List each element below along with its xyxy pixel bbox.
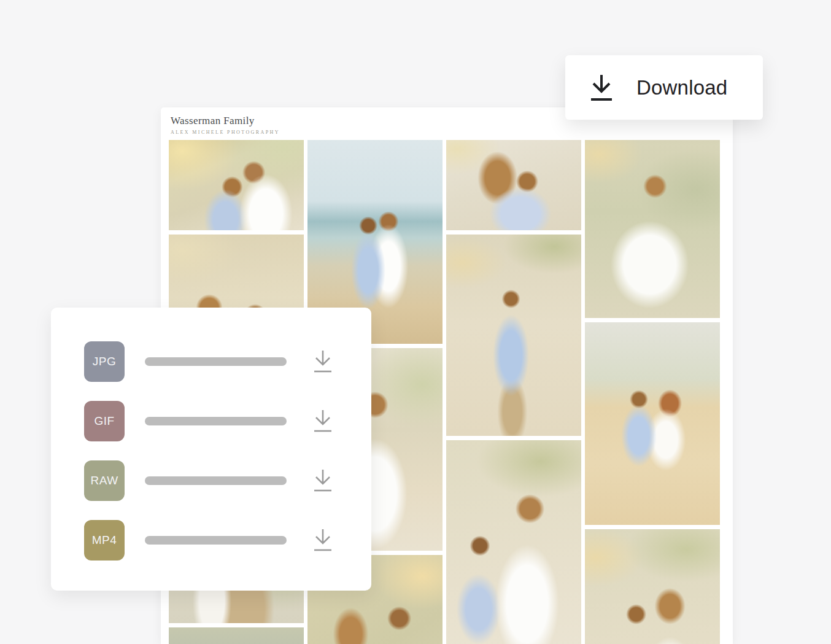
format-badge-jpg: JPG bbox=[84, 341, 125, 382]
gallery-header: Wasserman Family ALEX MICHELE PHOTOGRAPH… bbox=[171, 115, 280, 135]
photo-thumbnail[interactable] bbox=[169, 140, 304, 230]
format-row-raw: RAW bbox=[84, 460, 371, 501]
download-progress-bar bbox=[145, 536, 287, 545]
format-row-jpg: JPG bbox=[84, 341, 371, 382]
format-row-mp4: MP4 bbox=[84, 520, 371, 561]
download-progress-bar bbox=[145, 357, 287, 366]
format-badge-raw: RAW bbox=[84, 460, 125, 501]
photo-thumbnail[interactable] bbox=[585, 529, 720, 644]
gallery-subtitle: ALEX MICHELE PHOTOGRAPHY bbox=[171, 130, 280, 135]
download-icon[interactable] bbox=[312, 527, 334, 553]
photo-thumbnail[interactable] bbox=[169, 627, 304, 644]
download-button[interactable]: Download bbox=[565, 55, 763, 120]
screenshot-canvas: Wasserman Family ALEX MICHELE PHOTOGRAPH… bbox=[0, 0, 831, 644]
photo-thumbnail[interactable] bbox=[585, 322, 720, 525]
download-progress-bar bbox=[145, 476, 287, 485]
download-progress-bar bbox=[145, 417, 287, 425]
download-arrow-icon bbox=[589, 72, 614, 103]
photo-column-4 bbox=[585, 140, 720, 644]
gallery-title: Wasserman Family bbox=[171, 115, 280, 127]
format-row-gif: GIF bbox=[84, 401, 371, 441]
format-badge-mp4: MP4 bbox=[84, 520, 125, 561]
photo-thumbnail[interactable] bbox=[446, 140, 581, 230]
download-format-panel: JPG GIF RAW MP4 bbox=[51, 308, 371, 591]
format-badge-gif: GIF bbox=[84, 401, 125, 441]
photo-thumbnail[interactable] bbox=[446, 440, 581, 644]
photo-thumbnail[interactable] bbox=[585, 140, 720, 318]
download-icon[interactable] bbox=[312, 468, 334, 494]
download-icon[interactable] bbox=[312, 408, 334, 434]
photo-thumbnail[interactable] bbox=[446, 235, 581, 436]
download-icon[interactable] bbox=[312, 349, 334, 374]
download-button-label: Download bbox=[636, 76, 727, 99]
photo-column-3 bbox=[446, 140, 581, 644]
